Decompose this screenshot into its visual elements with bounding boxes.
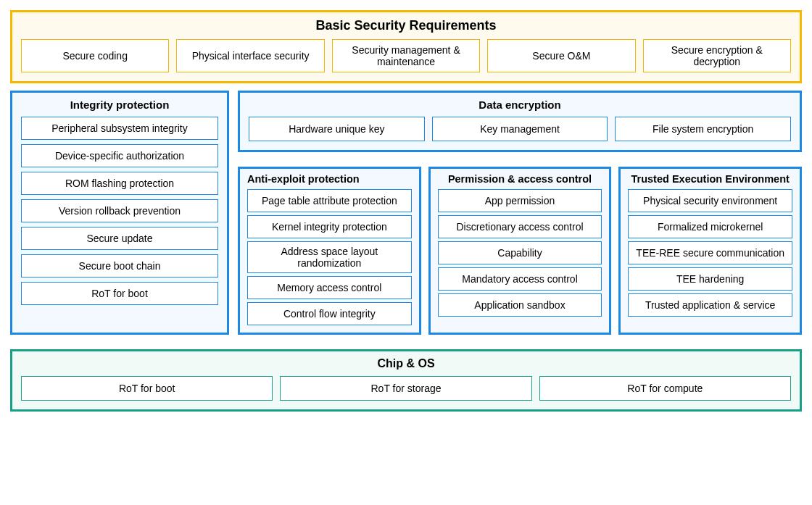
- anti-exploit-item: Kernel integrity protection: [247, 215, 412, 238]
- integrity-item: Peripheral subsystem integrity: [21, 117, 218, 140]
- basic-security-section: Basic Security Requirements Secure codin…: [10, 10, 802, 83]
- integrity-item: Secure boot chain: [21, 254, 218, 277]
- basic-security-title: Basic Security Requirements: [21, 18, 791, 33]
- tee-title: Trusted Execution Environment: [628, 173, 792, 185]
- data-encryption-title: Data encryption: [249, 99, 791, 111]
- integrity-item: Device-specific authorization: [21, 144, 218, 167]
- permission-items: App permission Discretionary access cont…: [438, 189, 602, 317]
- permission-item: Mandatory access control: [438, 267, 602, 291]
- integrity-title: Integrity protection: [21, 99, 218, 111]
- chip-os-item: RoT for compute: [539, 376, 791, 401]
- integrity-item: Version rollback prevention: [21, 199, 218, 222]
- right-area: Data encryption Hardware unique key Key …: [238, 91, 802, 342]
- integrity-section: Integrity protection Peripheral subsyste…: [10, 91, 229, 335]
- chip-os-item: RoT for boot: [21, 376, 273, 401]
- anti-exploit-item: Address space layout randomization: [247, 241, 412, 273]
- basic-item: Secure coding: [21, 39, 169, 72]
- tee-section: Trusted Execution Environment Physical s…: [618, 167, 802, 335]
- permission-title: Permission & access control: [438, 173, 602, 185]
- anti-exploit-items: Page table attribute protection Kernel i…: [247, 189, 412, 325]
- chip-os-items: RoT for boot RoT for storage RoT for com…: [21, 376, 791, 401]
- integrity-items: Peripheral subsystem integrity Device-sp…: [21, 117, 218, 305]
- anti-exploit-item: Memory access control: [247, 276, 412, 299]
- chip-os-title: Chip & OS: [21, 357, 791, 370]
- data-encryption-item: Key management: [432, 117, 608, 141]
- basic-item: Security management & maintenance: [332, 39, 480, 72]
- permission-item: Application sandbox: [438, 293, 602, 317]
- chip-os-item: RoT for storage: [280, 376, 531, 401]
- tee-item: TEE-REE secure communication: [628, 241, 792, 264]
- tee-item: Trusted application & service: [628, 293, 792, 317]
- anti-exploit-item: Page table attribute protection: [247, 189, 412, 212]
- anti-exploit-section: Anti-exploit protection Page table attri…: [238, 167, 421, 335]
- tee-item: Physical security environment: [628, 189, 792, 212]
- permission-item: App permission: [438, 189, 602, 212]
- tee-item: TEE hardening: [628, 267, 792, 291]
- data-encryption-items: Hardware unique key Key management File …: [249, 117, 791, 141]
- data-encryption-item: Hardware unique key: [249, 117, 425, 141]
- chip-os-section: Chip & OS RoT for boot RoT for storage R…: [10, 349, 802, 412]
- middle-sections: Integrity protection Peripheral subsyste…: [10, 91, 802, 342]
- data-encryption-section: Data encryption Hardware unique key Key …: [238, 91, 802, 152]
- permission-item: Capability: [438, 241, 602, 264]
- tee-item: Formalized microkernel: [628, 215, 792, 238]
- basic-security-items: Secure coding Physical interface securit…: [21, 39, 791, 72]
- permission-item: Discretionary access control: [438, 215, 602, 238]
- permission-section: Permission & access control App permissi…: [428, 167, 612, 335]
- integrity-item: Secure update: [21, 227, 218, 250]
- data-encryption-item: File system encryption: [615, 117, 791, 141]
- anti-exploit-title: Anti-exploit protection: [247, 173, 412, 185]
- basic-item: Secure encryption & decryption: [643, 39, 791, 72]
- basic-item: Secure O&M: [487, 39, 635, 72]
- triple-sections: Anti-exploit protection Page table attri…: [238, 167, 802, 342]
- integrity-column: Integrity protection Peripheral subsyste…: [10, 91, 229, 342]
- integrity-item: ROM flashing protection: [21, 172, 218, 195]
- tee-items: Physical security environment Formalized…: [628, 189, 792, 317]
- basic-item: Physical interface security: [176, 39, 324, 72]
- anti-exploit-item: Control flow integrity: [247, 302, 412, 325]
- integrity-item: RoT for boot: [21, 282, 218, 305]
